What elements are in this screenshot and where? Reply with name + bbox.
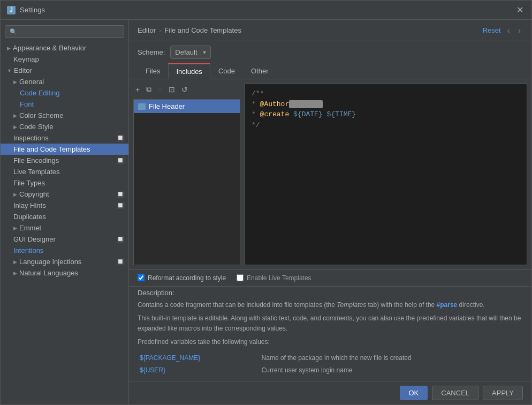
live-templates-checkbox-label[interactable]: Enable Live Templates (237, 274, 311, 282)
header-actions: Reset ‹ › (483, 25, 523, 36)
sidebar-item-language-injections[interactable]: Language Injections 🔲 (1, 256, 128, 267)
lock-icon: 🔲 (117, 157, 124, 164)
sidebar-item-inspections[interactable]: Inspections 🔲 (1, 132, 128, 144)
sidebar-item-natural-languages[interactable]: Natural Languages (1, 267, 128, 279)
sidebar-item-file-encodings[interactable]: File Encodings 🔲 (1, 155, 128, 166)
sidebar-item-copyright[interactable]: Copyright 🔲 (1, 189, 128, 200)
lock-icon: 🔲 (117, 258, 124, 265)
sidebar-item-inlay-hints[interactable]: Inlay Hints 🔲 (1, 200, 128, 211)
copy-template-button[interactable]: ⧉ (144, 84, 154, 95)
description-section: Description: Contains a code fragment th… (129, 286, 531, 381)
close-button[interactable]: ✕ (514, 5, 525, 16)
scheme-row: Scheme: Default Project (129, 41, 531, 63)
var-name-2: ${USER} (138, 364, 260, 377)
template-toolbar: + ⧉ − ⊡ ↺ (133, 84, 240, 95)
lock-icon: 🔲 (117, 191, 124, 198)
search-box[interactable]: 🔍 (5, 25, 124, 38)
template-item-file-header[interactable]: File Header (134, 100, 240, 113)
breadcrumb-parent: Editor (138, 26, 156, 34)
description-title: Description: (138, 289, 523, 297)
code-line-3: * @create ${DATE} ${TIME} (252, 109, 520, 120)
duplicate-template-button[interactable]: ⊡ (166, 84, 177, 95)
sidebar-item-label: Editor (14, 66, 32, 74)
lock-icon: 🔲 (117, 236, 124, 243)
variable-row-2: ${USER} Current user system login name (138, 364, 523, 377)
sidebar-item-code-editing[interactable]: Code Editing (1, 87, 128, 99)
tab-code[interactable]: Code (210, 63, 243, 79)
footer: OK CANCEL APPLY (129, 381, 531, 404)
sidebar-item-appearance[interactable]: Appearance & Behavior (1, 42, 128, 54)
tab-files[interactable]: Files (138, 63, 168, 79)
lock-icon: 🔲 (117, 134, 124, 141)
back-button[interactable]: ‹ (505, 25, 512, 36)
sidebar-item-label: Inlay Hints (13, 201, 46, 209)
sidebar-item-duplicates[interactable]: Duplicates (1, 211, 128, 222)
sidebar-item-label: Language Injections (19, 258, 81, 266)
search-input[interactable] (19, 28, 119, 35)
reformat-checkbox[interactable] (138, 274, 145, 281)
sidebar-item-label: File Types (13, 179, 45, 187)
sidebar-item-label: Code Style (19, 123, 54, 131)
code-line-1: /** (252, 88, 520, 99)
forward-button[interactable]: › (516, 25, 523, 36)
desc-bold1: #parse (437, 301, 458, 309)
app-icon: J (7, 6, 16, 14)
main-area: 🔍 Appearance & Behavior Keymap Editor Ge… (1, 20, 531, 404)
tab-other[interactable]: Other (243, 63, 277, 79)
apply-button[interactable]: APPLY (483, 386, 523, 400)
reformat-checkbox-label[interactable]: Reformat according to style (138, 274, 226, 282)
sidebar-item-label: Emmet (19, 224, 41, 232)
add-template-button[interactable]: + (133, 84, 142, 95)
desc-text2: tab) with the help of the (366, 301, 436, 309)
sidebar-item-live-templates[interactable]: Live Templates (1, 166, 128, 177)
code-line-2: * @Author xxxxxxx (252, 99, 520, 110)
scheme-select-wrapper: Default Project (170, 46, 211, 59)
tabs-bar: Files Includes Code Other (129, 63, 531, 79)
reset-template-button[interactable]: ↺ (179, 84, 190, 95)
sidebar-item-label: Font (20, 100, 34, 108)
sidebar-item-intentions[interactable]: Intentions (1, 245, 128, 256)
code-line-4: */ (252, 120, 520, 131)
sidebar-item-label: File Encodings (13, 156, 59, 164)
remove-template-button[interactable]: − (156, 84, 164, 95)
sidebar: 🔍 Appearance & Behavior Keymap Editor Ge… (1, 20, 129, 404)
desc-text1: Contains a code fragment that can be inc… (138, 301, 337, 309)
scheme-label: Scheme: (138, 48, 165, 56)
content-header: Editor › File and Code Templates Reset ‹… (129, 20, 531, 41)
variable-row-1: ${PACKAGE_NAME} Name of the package in w… (138, 352, 523, 364)
var-name-1: ${PACKAGE_NAME} (138, 352, 260, 364)
template-options: Reformat according to style Enable Live … (129, 269, 531, 286)
var-desc-1: Name of the package in which the new fil… (260, 352, 523, 364)
sidebar-item-label: Live Templates (13, 168, 59, 176)
sidebar-item-color-scheme[interactable]: Color Scheme (1, 110, 128, 121)
sidebar-item-label: General (19, 78, 44, 86)
desc-text5: Predefined variables take the following … (138, 337, 523, 347)
variables-table: ${PACKAGE_NAME} Name of the package in w… (138, 352, 523, 377)
sidebar-item-gui-designer[interactable]: GUI Designer 🔲 (1, 234, 128, 245)
template-items-list: File Header (133, 99, 240, 265)
sidebar-item-keymap[interactable]: Keymap (1, 54, 128, 65)
var-desc-2: Current user system login name (260, 364, 523, 377)
sidebar-item-label: Appearance & Behavior (13, 44, 86, 52)
breadcrumb-current: File and Code Templates (164, 26, 241, 34)
cancel-button[interactable]: CANCEL (432, 386, 478, 400)
sidebar-item-file-types[interactable]: File Types (1, 177, 128, 189)
svg-rect-0 (139, 104, 145, 109)
sidebar-item-label: Natural Languages (19, 269, 78, 277)
sidebar-item-font[interactable]: Font (1, 99, 128, 110)
dialog-title: Settings (20, 6, 45, 14)
sidebar-item-emmet[interactable]: Emmet (1, 222, 128, 234)
sidebar-item-general[interactable]: General (1, 76, 128, 87)
content-panel: Editor › File and Code Templates Reset ‹… (129, 20, 531, 404)
sidebar-item-label: Keymap (13, 55, 39, 63)
tab-includes[interactable]: Includes (168, 63, 210, 79)
reformat-label: Reformat according to style (148, 274, 226, 282)
sidebar-item-file-templates[interactable]: File and Code Templates (1, 144, 128, 155)
code-editor[interactable]: /** * @Author xxxxxxx * @create ${DATE} … (245, 84, 527, 265)
sidebar-item-editor[interactable]: Editor (1, 65, 128, 76)
ok-button[interactable]: OK (400, 386, 428, 400)
sidebar-item-code-style[interactable]: Code Style (1, 121, 128, 132)
scheme-select[interactable]: Default Project (170, 46, 211, 59)
live-templates-checkbox[interactable] (237, 274, 244, 281)
reset-button[interactable]: Reset (483, 26, 501, 34)
